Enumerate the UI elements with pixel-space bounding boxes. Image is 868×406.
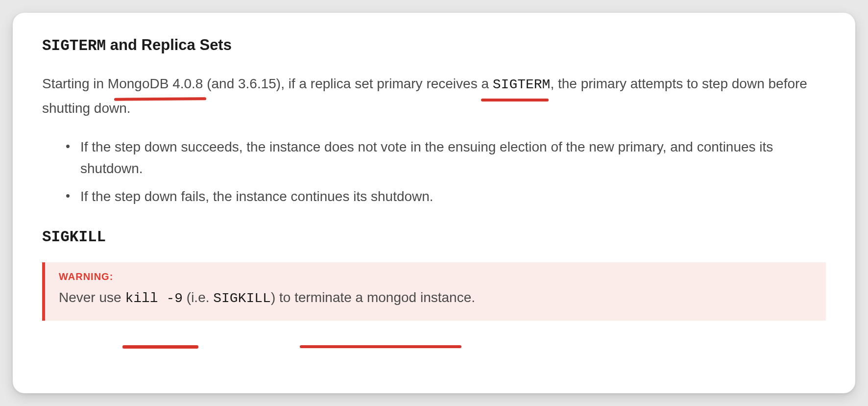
warning-part1: Never use	[59, 290, 125, 305]
warning-code-sigkill: SIGKILL	[213, 291, 271, 306]
list-item: If the step down succeeds, the instance …	[80, 136, 826, 179]
warning-part3: ) to terminate a mongod instance.	[271, 290, 475, 305]
para1-part1: Starting in MongoDB 4.0.8 (and 3.6.15), …	[42, 76, 493, 91]
bullet-list: If the step down succeeds, the instance …	[42, 136, 826, 207]
list-item: If the step down fails, the instance con…	[80, 186, 826, 207]
warning-text: Never use kill -9 (i.e. SIGKILL) to term…	[59, 287, 812, 309]
underline-mark-icon	[300, 345, 461, 348]
heading-sigkill: SIGKILL	[42, 228, 826, 246]
warning-part2: (i.e.	[183, 290, 213, 305]
warning-code-kill9: kill -9	[125, 291, 183, 306]
underline-mark-icon	[122, 345, 198, 349]
para1-code: SIGTERM	[493, 77, 551, 92]
doc-card: SIGTERM and Replica Sets Starting in Mon…	[13, 13, 855, 393]
heading-code: SIGTERM	[42, 37, 106, 54]
warning-callout: WARNING: Never use kill -9 (i.e. SIGKILL…	[42, 262, 826, 321]
warning-label: WARNING:	[59, 271, 812, 282]
heading-rest: and Replica Sets	[106, 36, 232, 53]
intro-paragraph: Starting in MongoDB 4.0.8 (and 3.6.15), …	[42, 72, 826, 120]
heading-sigterm-replica: SIGTERM and Replica Sets	[42, 36, 826, 54]
underline-mark-icon	[481, 99, 549, 102]
